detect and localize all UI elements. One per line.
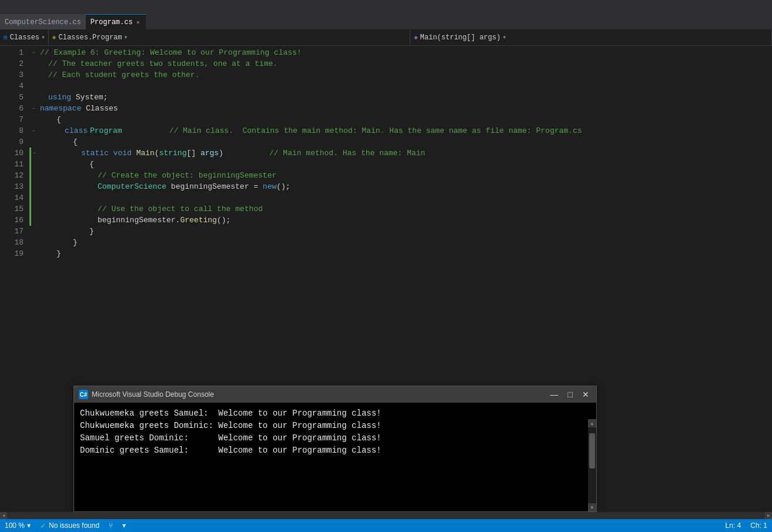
nav-main-dropdown[interactable]: ◆ Main(string[] args) ▼ (410, 29, 772, 45)
code-line-11: { (40, 159, 772, 170)
collapse-8[interactable]: − (29, 125, 38, 136)
comment-2: // The teacher greets two students, one … (48, 58, 278, 69)
comment-line15: // Use the object to call the method (98, 203, 263, 215)
debug-line-2: Chukwuemeka greets Dominic: Welcome to o… (80, 420, 381, 432)
gutter-2 (29, 58, 38, 69)
scroll-down-arrow[interactable]: ▼ (588, 503, 596, 511)
call-paren: (); (217, 215, 230, 226)
chevron-down-icon: ▼ (42, 35, 45, 40)
type-string: string (159, 148, 187, 159)
tab-computersciencecs[interactable]: ComputerScience.cs (0, 14, 86, 29)
errors-chevron: ▾ (122, 521, 126, 530)
paren-close: ) (219, 148, 269, 159)
gutter-13 (29, 181, 38, 192)
code-line-2: // The teacher greets two students, one … (40, 58, 772, 69)
comment-line10: // Main method. Has the name: Main (269, 148, 425, 159)
type-computerscience: ComputerScience (98, 181, 166, 192)
gutter-5 (29, 92, 38, 103)
code-line-3: // Each student greets the other. (40, 69, 772, 81)
call-beginning: beginningSemester. (98, 215, 180, 226)
comment-3: // Each student greets the other. (48, 69, 199, 81)
keyword-static: static void (81, 148, 136, 159)
tab-close-icon[interactable]: ✕ (135, 18, 141, 26)
new-paren: (); (276, 181, 290, 192)
hscroll-bar: ◀ ▶ (0, 512, 772, 519)
brace-close-19: } (56, 248, 61, 259)
tab-label: ComputerScience.cs (5, 18, 81, 26)
hscroll-right-arrow[interactable]: ▶ (765, 512, 772, 519)
code-line-1: // Example 6: Greeting: Welcome to our P… (40, 47, 772, 58)
tab-programcs[interactable]: Program.cs ✕ (86, 14, 146, 29)
status-bar: 100 % ▾ ✓ No issues found ⑂ ▾ Ln: 4 Ch: … (0, 519, 772, 532)
tab-label-active: Program.cs (91, 18, 133, 26)
check-icon: ✓ (40, 521, 46, 530)
method-greeting: Greeting (180, 215, 216, 226)
collapse-10[interactable]: − (29, 148, 38, 159)
code-line-10: static void Main ( string [] args ) // M… (40, 148, 772, 159)
nav-classesprogram-dropdown[interactable]: ❖ Classes.Program ▼ (49, 29, 410, 45)
debug-title-bar: C# Microsoft Visual Studio Debug Console… (74, 386, 596, 403)
code-line-18: } (40, 237, 772, 248)
brace-open-7: { (56, 114, 61, 125)
debug-maximize-button[interactable]: □ (566, 390, 575, 399)
paren-open: ( (155, 148, 159, 159)
nav-bar: ⊞ Classes ▼ ❖ Classes.Program ▼ ◆ Main(s… (0, 29, 772, 46)
nav-classes-label: Classes (10, 34, 39, 42)
code-line-17: } (40, 226, 772, 237)
classes-icon: ⊞ (4, 34, 8, 41)
gutter-4 (29, 81, 38, 92)
debug-output: Chukwuemeka greets Samuel: Welcome to ou… (74, 403, 387, 511)
editor-container: 1 2 3 4 5 6 7 8 9 10 11 12 13 14 15 16 1… (0, 46, 772, 512)
gutter-3 (29, 69, 38, 81)
comment-line8: // Main class. Contains the main method:… (169, 125, 582, 136)
scroll-thumb[interactable] (589, 433, 595, 469)
chevron-down-icon-3: ▼ (503, 35, 506, 40)
status-source-control[interactable]: ⑂ (109, 521, 113, 530)
debug-console: C# Microsoft Visual Studio Debug Console… (73, 386, 597, 512)
debug-controls: — □ ✕ (548, 390, 591, 399)
nav-main-label: Main(string[] args) (420, 34, 501, 42)
nav-classes-dropdown[interactable]: ⊞ Classes ▼ (0, 29, 49, 45)
gutter-18 (29, 237, 38, 248)
status-errors[interactable]: ▾ (122, 521, 126, 530)
gutter-7 (29, 114, 38, 125)
debug-icon: C# (79, 390, 88, 399)
zoom-value: 100 % (5, 521, 25, 530)
issues-text: No issues found (49, 521, 99, 530)
title-bar (0, 0, 772, 13)
collapse-6[interactable]: − (29, 103, 38, 114)
gutter: − − − − (29, 46, 38, 512)
code-line-5: using System; (40, 92, 772, 103)
classesprogram-icon: ❖ (52, 34, 56, 41)
debug-scrollbar[interactable]: ▲ ▼ (588, 419, 596, 511)
chevron-down-icon-2: ▼ (125, 35, 128, 40)
code-line-19: } (40, 248, 772, 259)
classname-program: Program (90, 125, 122, 136)
status-zoom[interactable]: 100 % ▾ (5, 521, 31, 530)
collapse-1[interactable]: − (29, 47, 38, 58)
code-line-12: // Create the object: beginningSemester (40, 170, 772, 181)
tab-bar: ComputerScience.cs Program.cs ✕ (0, 13, 772, 29)
main-method-icon: ◆ (414, 34, 418, 41)
nav-classesprogram-label: Classes.Program (58, 34, 122, 42)
source-control-icon: ⑂ (109, 521, 113, 530)
gutter-17 (29, 226, 38, 237)
brace-open-9: { (73, 136, 78, 148)
hscroll-left-arrow[interactable]: ◀ (0, 512, 7, 519)
status-issues[interactable]: ✓ No issues found (40, 521, 99, 530)
line-numbers: 1 2 3 4 5 6 7 8 9 10 11 12 13 14 15 16 1… (0, 46, 29, 512)
debug-minimize-button[interactable]: — (548, 390, 561, 399)
code-line-13: ComputerScience beginningSemester = new … (40, 181, 772, 192)
gutter-11 (29, 159, 38, 170)
gutter-14 (29, 192, 38, 203)
comment-1: // Example 6: Greeting: Welcome to our P… (40, 47, 302, 58)
scroll-up-arrow[interactable]: ▲ (588, 419, 596, 427)
code-line-14 (40, 192, 772, 203)
debug-close-button[interactable]: ✕ (580, 390, 591, 399)
status-left: 100 % ▾ ✓ No issues found ⑂ ▾ (5, 521, 126, 530)
scroll-track (588, 427, 596, 503)
hscroll-track[interactable] (7, 512, 765, 519)
code-line-4 (40, 81, 772, 92)
param-args: args (200, 148, 219, 159)
keyword-new: new (263, 181, 276, 192)
